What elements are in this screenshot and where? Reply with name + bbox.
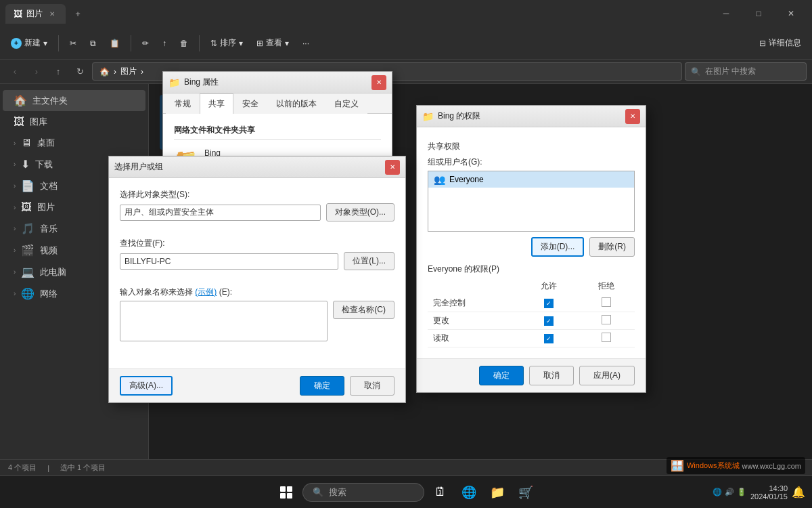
modify-deny-checkbox[interactable] (602, 315, 611, 324)
view-btn[interactable]: ⊞ 查看 ▾ (251, 34, 294, 52)
sidebar-item-home[interactable]: 🏠 主文件夹 (3, 90, 145, 111)
close-btn[interactable]: ✕ (775, 3, 807, 24)
input-object-row: 输入对象名称来选择 (示例) (E): 检查名称(C) (120, 287, 394, 350)
tab-general[interactable]: 常规 (166, 93, 200, 114)
watermark-url: www.wxcLgg.com (742, 462, 801, 470)
taskbar-icon-calendar[interactable]: 🗓 (428, 480, 453, 505)
location-inline: 位置(L)... (120, 252, 394, 270)
sort-btn[interactable]: ⇅ 排序 ▾ (205, 34, 248, 52)
select-user-footer: 高级(A)... 确定 取消 (109, 368, 405, 402)
clock-time: 14:30 (750, 484, 788, 492)
perm-fullcontrol-allow[interactable]: ✓ (520, 295, 577, 312)
bing-perm-ok-btn[interactable]: 确定 (479, 366, 524, 385)
perm-row-fullcontrol: 完全控制 ✓ (428, 295, 635, 312)
example-link[interactable]: (示例) (195, 287, 217, 297)
music-icon: 🎵 (21, 222, 35, 235)
svg-rect-0 (280, 486, 286, 492)
paste-icon: 📋 (110, 39, 120, 48)
taskbar-search[interactable]: 🔍 搜索 (302, 483, 424, 502)
location-btn[interactable]: 位置(L)... (344, 252, 394, 270)
close-tab-btn[interactable]: ✕ (47, 8, 58, 19)
remove-user-btn[interactable]: 删除(R) (589, 237, 635, 257)
taskbar-icon-explorer[interactable]: 📁 (485, 480, 510, 505)
search-box[interactable]: 🔍 在图片 中搜索 (685, 62, 807, 81)
modify-allow-checkbox[interactable]: ✓ (544, 316, 554, 326)
select-user-ok-btn[interactable]: 确定 (300, 376, 344, 396)
clock[interactable]: 14:30 2024/01/15 (750, 484, 788, 501)
share-btn[interactable]: ↑ (157, 35, 172, 51)
maximize-btn[interactable]: □ (743, 3, 774, 24)
minimize-btn[interactable]: ─ (710, 3, 742, 24)
add-tab-btn[interactable]: + (68, 4, 87, 23)
sidebar-pictures-label: 图片 (37, 201, 55, 213)
pictures-expand-icon: › (14, 204, 16, 211)
location-row: 查找位置(F): 位置(L)... (120, 238, 394, 278)
start-button[interactable] (274, 480, 298, 505)
input-object-colon: (E): (219, 287, 232, 297)
watermark-text: Windows系统城 (687, 461, 740, 471)
fullcontrol-deny-checkbox[interactable] (602, 297, 611, 307)
more-btn[interactable]: ··· (297, 35, 315, 51)
taskbar-search-icon: 🔍 (313, 487, 323, 497)
sidebar-thispc-label: 此电脑 (40, 266, 66, 278)
read-allow-checkbox[interactable]: ✓ (544, 334, 554, 343)
delete-btn[interactable]: 🗑 (175, 35, 194, 51)
toolbar-right: ⊟ 详细信息 (754, 34, 807, 52)
tab-previous[interactable]: 以前的版本 (267, 93, 325, 114)
svg-rect-1 (287, 486, 292, 492)
back-btn[interactable]: ‹ (5, 62, 24, 81)
object-type-input[interactable] (120, 205, 321, 221)
tab-general-label: 常规 (175, 99, 191, 108)
paste-btn[interactable]: 📋 (104, 35, 125, 51)
notification-icon[interactable]: 🔔 (792, 486, 805, 499)
network-expand-icon: › (14, 290, 16, 297)
read-deny-checkbox[interactable] (602, 333, 611, 342)
downloads-expand-icon: › (14, 161, 16, 168)
refresh-btn[interactable]: ↻ (70, 62, 89, 81)
thispc-expand-icon: › (14, 268, 16, 276)
object-type-btn[interactable]: 对象类型(O)... (326, 203, 394, 221)
sidebar-item-desktop[interactable]: › 🖥 桌面 (3, 133, 145, 153)
perm-modify-allow[interactable]: ✓ (520, 312, 577, 330)
forward-btn[interactable]: › (27, 62, 46, 81)
perm-fullcontrol-deny[interactable] (577, 295, 635, 312)
explorer-tab[interactable]: 🖼 图片 ✕ (5, 4, 66, 24)
tab-security[interactable]: 安全 (233, 93, 267, 114)
object-type-inline: 对象类型(O)... (120, 203, 394, 221)
check-name-btn[interactable]: 检查名称(C) (333, 301, 394, 319)
select-user-close-btn[interactable]: ✕ (385, 160, 400, 175)
select-user-cancel-btn[interactable]: 取消 (350, 376, 394, 396)
tray-battery: 🔋 (737, 488, 746, 496)
tab-share[interactable]: 共享 (200, 93, 233, 114)
bing-props-close-btn[interactable]: ✕ (371, 75, 386, 90)
location-input[interactable] (120, 253, 338, 270)
taskbar-icon-store[interactable]: 🛒 (514, 480, 538, 505)
search-placeholder: 在图片 中搜索 (705, 66, 756, 77)
details-btn[interactable]: ⊟ 详细信息 (754, 34, 807, 52)
documents-icon: 📄 (21, 179, 35, 192)
tab-customize[interactable]: 自定义 (325, 93, 367, 114)
copy-btn[interactable]: ⧉ (85, 35, 102, 51)
bing-perm-close-btn[interactable]: ✕ (625, 109, 640, 124)
bing-perm-apply-btn[interactable]: 应用(A) (579, 366, 635, 385)
rename-btn[interactable]: ✏ (137, 35, 154, 51)
bing-perm-cancel-btn[interactable]: 取消 (529, 366, 574, 385)
new-button[interactable]: + 新建 ▾ (5, 34, 53, 52)
advanced-btn[interactable]: 高级(A)... (120, 376, 173, 396)
perm-read-allow[interactable]: ✓ (520, 330, 577, 347)
sidebar-item-gallery[interactable]: 🖼 图库 (3, 112, 145, 132)
perm-modify-deny[interactable] (577, 312, 635, 330)
taskbar-icon-browser[interactable]: 🌐 (457, 480, 481, 505)
more-label: ··· (302, 39, 309, 48)
fullcontrol-allow-checkbox[interactable]: ✓ (544, 299, 554, 308)
add-user-btn[interactable]: 添加(D)... (531, 237, 585, 257)
perm-col-deny: 拒绝 (577, 278, 635, 295)
perm-read-deny[interactable] (577, 330, 635, 347)
object-name-textarea[interactable] (120, 301, 328, 341)
network-icon: 🌐 (21, 287, 35, 300)
perm-everyone-item[interactable]: 👥 Everyone (428, 171, 634, 188)
watermark-logo: 🪟 (671, 459, 684, 472)
cut-btn[interactable]: ✂ (64, 35, 82, 51)
up-btn[interactable]: ↑ (49, 62, 68, 81)
sidebar-network-label: 网络 (40, 288, 58, 300)
